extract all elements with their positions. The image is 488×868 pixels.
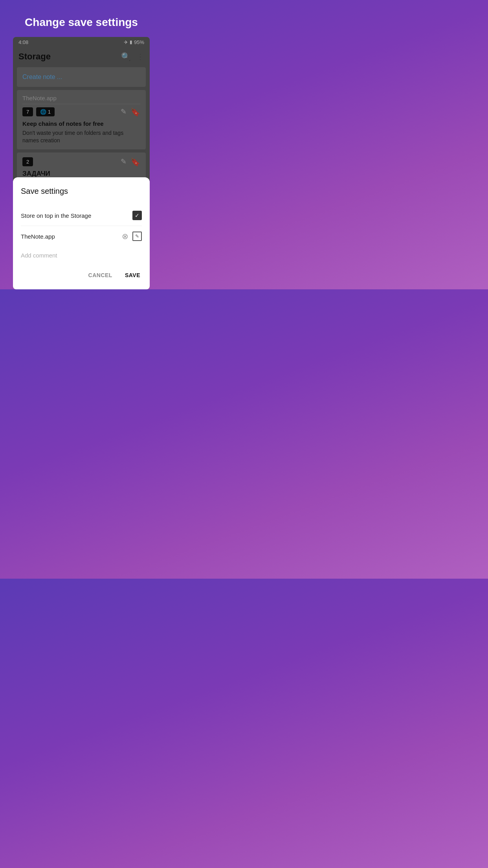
- store-on-top-checkbox[interactable]: ✓: [132, 211, 142, 220]
- dialog-title: Save settings: [21, 187, 142, 196]
- phone-container: 4:08 ✈ ▮ 95% Storage 🔍 ⋮ Create note ...…: [13, 37, 150, 289]
- page-title: Change save settings: [17, 0, 146, 37]
- store-on-top-label: Store on top in the Storage: [21, 212, 91, 219]
- edit-app-icon[interactable]: ✎: [132, 232, 142, 241]
- dialog-actions: CANCEL SAVE: [21, 264, 142, 281]
- store-on-top-row[interactable]: Store on top in the Storage ✓: [21, 205, 142, 226]
- overlay: [13, 37, 150, 199]
- save-settings-dialog: Save settings Store on top in the Storag…: [13, 177, 150, 289]
- app-name-row: TheNote.app ⊗ ✎: [21, 226, 142, 246]
- cancel-button[interactable]: CANCEL: [87, 269, 114, 281]
- add-comment-field[interactable]: Add comment: [21, 246, 142, 264]
- dialog-app-name: TheNote.app: [21, 233, 55, 240]
- save-button[interactable]: SAVE: [123, 269, 142, 281]
- clear-icon[interactable]: ⊗: [122, 232, 128, 241]
- app-name-actions: ⊗ ✎: [122, 232, 142, 241]
